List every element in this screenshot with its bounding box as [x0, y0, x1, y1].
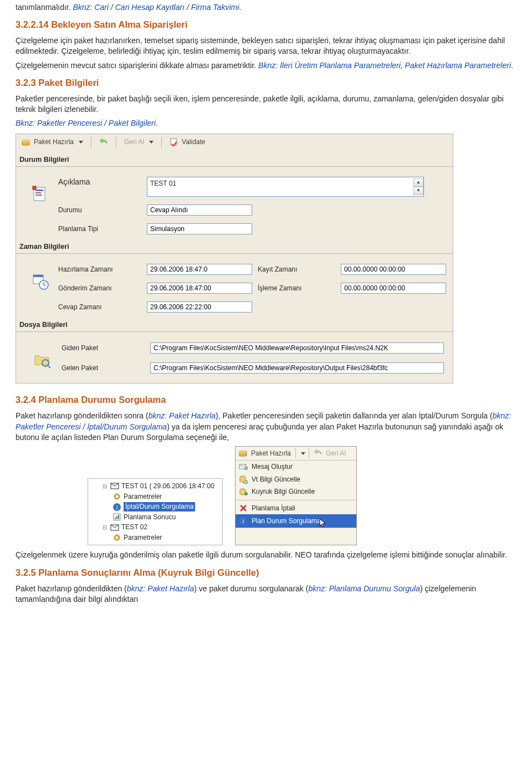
- tree-node-planlama-sonucu[interactable]: Planlama Sonucu: [89, 512, 221, 523]
- zaman-bilgileri-header: Zaman Bilgileri: [16, 240, 453, 254]
- gear-icon: [112, 492, 121, 501]
- svg-text:i: i: [242, 518, 244, 524]
- kayit-input[interactable]: [341, 264, 446, 275]
- clock-calendar-icon: [32, 273, 49, 290]
- isleme-input[interactable]: [341, 283, 446, 294]
- mail-add-icon: [239, 462, 248, 471]
- menu-item-mesaj[interactable]: Mesaj Oluştur: [236, 461, 356, 473]
- tree-node-iptal-durum[interactable]: i İptal/Durum Sorgulama: [89, 502, 221, 512]
- chevron-down-icon[interactable]: [301, 452, 305, 455]
- svg-point-14: [116, 495, 118, 498]
- durumu-label: Durumu: [58, 206, 141, 215]
- package-icon: [239, 449, 248, 458]
- heading-3-2-2-14: 3.2.2.14 Bekleyen Satın Alma Siparişleri: [16, 18, 516, 31]
- link-planlama-durumu[interactable]: bknz: Planlama Durumu Sorgula: [308, 584, 420, 593]
- heading-3-2-3: 3.2.3 Paket Bilgileri: [16, 76, 516, 89]
- package-icon: [22, 138, 30, 147]
- isleme-label: İşleme Zamanı: [258, 284, 335, 293]
- kayit-label: Kayıt Zamanı: [258, 265, 335, 274]
- svg-rect-7: [33, 186, 36, 190]
- aciklama-label: Açıklama: [58, 177, 141, 187]
- gelen-label: Gelen Paket: [62, 364, 145, 373]
- tree-minus-icon[interactable]: ⊟: [101, 483, 108, 490]
- dosya-bilgileri-header: Dosya Bilgileri: [16, 318, 453, 332]
- db-refresh-icon: [239, 475, 248, 484]
- svg-rect-6: [35, 195, 42, 196]
- aciklama-textarea[interactable]: TEST 01 ▲ ▼: [147, 177, 424, 197]
- paket-hazirla-button[interactable]: Paket Hazırla: [18, 136, 86, 149]
- durum-bilgileri-header: Durum Bilgileri: [16, 153, 453, 167]
- svg-point-23: [116, 536, 118, 539]
- hazirlama-input[interactable]: [147, 264, 252, 275]
- gelen-input[interactable]: [150, 362, 444, 374]
- panel-toolbar: Paket Hazırla Geri Al Validate: [16, 134, 453, 151]
- chevron-down-icon[interactable]: [149, 141, 154, 144]
- undo-icon: [99, 138, 108, 147]
- cevap-input[interactable]: [147, 301, 252, 313]
- paket-bilgileri-panel: Paket Hazırla Geri Al Validate Durum Bil…: [16, 134, 453, 384]
- result-icon: [112, 513, 121, 521]
- textarea-scrollbar[interactable]: ▲ ▼: [413, 178, 422, 195]
- svg-rect-25: [239, 451, 247, 453]
- para-link-ileri-uretim[interactable]: Bknz: İleri Üretim Planlama Parametreler…: [258, 61, 511, 70]
- durumu-input[interactable]: [147, 204, 252, 216]
- paket-hazirla-menu: Paket Hazırla Geri Al Mesaj Oluştur Vt B…: [235, 446, 357, 545]
- intro-text: tanımlanmalıdır.: [16, 3, 71, 12]
- svg-text:i: i: [116, 504, 117, 510]
- tree-node-parametreler-2[interactable]: Parametreler: [89, 533, 221, 543]
- paket-tree: ⊟ TEST 01 ( 29.06.2006 18:47:00 Parametr…: [88, 478, 223, 545]
- para-3-2-2-14-2: Çizelgelemenin mevcut satıcı siparişleri…: [16, 60, 516, 71]
- para-3-2-5: Paket hazırlanıp gönderildikten (bknz: P…: [16, 584, 516, 605]
- tree-node-parametreler[interactable]: Parametreler: [89, 492, 221, 502]
- tree-node-test02[interactable]: ⊟ TEST 02: [89, 522, 221, 533]
- link-paket-hazirla-2[interactable]: bknz: Paket Hazırla: [127, 584, 194, 593]
- svg-rect-1: [22, 140, 29, 142]
- tree-node-test01[interactable]: ⊟ TEST 01 ( 29.06.2006 18:47:00: [89, 481, 221, 492]
- cancel-icon: [239, 504, 248, 513]
- heading-3-2-5: 3.2.5 Planlama Sonuçlarını Alma (Kuyruk …: [16, 566, 516, 579]
- para-link-paketler[interactable]: Bknz: Paketler Penceresi / Paket Bilgile…: [16, 119, 156, 127]
- svg-rect-4: [35, 190, 43, 191]
- para-3-2-3: Paketler penceresinde, bir paket başlığı…: [16, 94, 516, 115]
- svg-rect-9: [33, 275, 43, 277]
- info-icon: i: [112, 503, 121, 512]
- hazirlama-label: Hazırlama Zamanı: [58, 265, 141, 274]
- undo-button[interactable]: [96, 136, 111, 149]
- menu-paket-hazirla-button[interactable]: Paket Hazırla: [238, 447, 292, 459]
- cevap-label: Cevap Zamanı: [58, 303, 141, 312]
- heading-3-2-4: 3.2.4 Planlama Durumu Sorgulama: [16, 393, 516, 406]
- svg-point-30: [244, 492, 248, 495]
- planlama-tipi-label: Planlama Tipi: [58, 224, 141, 234]
- db-queue-icon: [239, 488, 248, 497]
- gonderim-label: Gönderim Zamanı: [58, 284, 141, 293]
- scroll-down-icon[interactable]: ▼: [416, 188, 421, 193]
- menu-item-kuyruk[interactable]: Kuyruk Bilgi Güncelle: [236, 485, 356, 498]
- mail-icon: [110, 482, 119, 490]
- menu-item-plan-sorg[interactable]: i Plan Durum Sorgulama: [236, 514, 356, 528]
- gonderim-input[interactable]: [147, 283, 252, 294]
- mail-icon: [110, 523, 119, 532]
- planlama-tipi-input[interactable]: [147, 223, 252, 234]
- undo-icon: [314, 449, 323, 458]
- chevron-down-icon[interactable]: [79, 141, 83, 144]
- folder-search-icon: [33, 351, 51, 369]
- menu-item-iptal[interactable]: Planlama İptali: [236, 502, 356, 515]
- intro-paragraph: tanımlanmalıdır. Bknz: Cari / Cari Hesap…: [16, 2, 516, 13]
- tree-minus-icon[interactable]: ⊟: [101, 524, 108, 531]
- intro-link[interactable]: Bknz: Cari / Cari Hesap Kayıtları / Firm…: [73, 3, 239, 12]
- para-3-2-2-14-1: Çizelgeleme için paket hazırlanırken, te…: [16, 35, 516, 57]
- geri-al-button[interactable]: Geri Al: [121, 136, 157, 149]
- link-paket-hazirla[interactable]: bknz: Paket Hazırla: [149, 411, 216, 420]
- validate-button[interactable]: Validate: [166, 136, 208, 149]
- para-after-tree: Çizelgelenmek üzere kuyruğa gönderilmiş …: [16, 550, 516, 560]
- gear-icon: [112, 533, 121, 542]
- info-icon: i: [239, 516, 248, 525]
- menu-item-vt[interactable]: Vt Bilgi Güncelle: [236, 473, 356, 486]
- menu-geri-al-button[interactable]: Geri Al: [313, 447, 347, 459]
- giden-label: Giden Paket: [62, 344, 145, 353]
- svg-rect-5: [35, 192, 41, 193]
- giden-input[interactable]: [150, 342, 444, 354]
- para-3-2-4: Paket hazırlanıp gönderildikten sonra (b…: [16, 411, 516, 443]
- scroll-up-icon[interactable]: ▲: [416, 180, 421, 185]
- properties-icon: [32, 186, 49, 203]
